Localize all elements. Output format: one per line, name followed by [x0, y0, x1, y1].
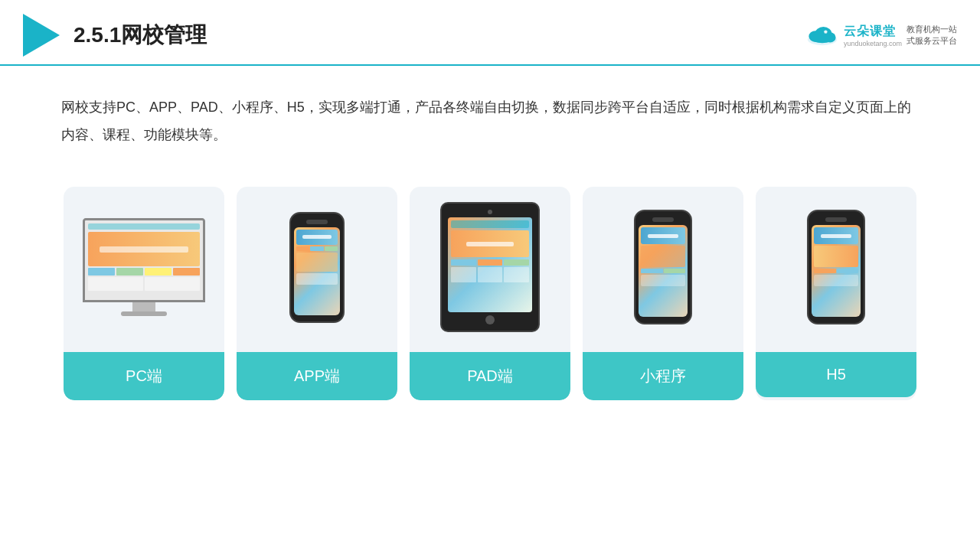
card-pad-image	[410, 187, 570, 340]
svg-point-4	[811, 34, 833, 44]
cards-container: PC端	[0, 164, 980, 400]
card-pc-image	[64, 187, 224, 340]
card-miniapp: 小程序	[583, 187, 743, 400]
phone-app-icon	[289, 212, 345, 323]
card-miniapp-image	[583, 187, 743, 340]
brand-logo: 云朵课堂 yunduoketang.com 教育机构一站式服务云平台	[805, 24, 957, 47]
header-left: 2.5.1网校管理	[23, 14, 207, 57]
card-h5-image	[756, 187, 916, 340]
brand-name: 云朵课堂	[844, 24, 896, 40]
logo-triangle-icon	[23, 14, 60, 57]
header: 2.5.1网校管理 云朵课堂 yunduoketang.com 教育机构一站式服…	[0, 0, 980, 66]
card-miniapp-label: 小程序	[583, 352, 743, 400]
card-h5-label: H5	[756, 352, 916, 397]
brand-tagline: 教育机构一站式服务云平台	[906, 24, 957, 47]
card-h5: H5	[756, 187, 916, 400]
brand-url: yunduoketang.com	[844, 40, 902, 47]
cloud-icon	[805, 24, 839, 47]
card-pad: PAD端	[410, 187, 570, 400]
tablet-pad-icon	[440, 202, 540, 332]
card-app-image	[237, 187, 397, 340]
card-pc: PC端	[64, 187, 224, 400]
phone-miniapp-icon	[634, 210, 692, 324]
description-text: 网校支持PC、APP、PAD、小程序、H5，实现多端打通，产品各终端自由切换，数…	[0, 66, 980, 164]
card-pad-label: PAD端	[410, 352, 570, 400]
brand-text-block: 云朵课堂 yunduoketang.com	[844, 24, 902, 47]
card-app: APP端	[237, 187, 397, 400]
card-app-label: APP端	[237, 352, 397, 400]
page-title: 2.5.1网校管理	[74, 21, 207, 50]
card-pc-label: PC端	[64, 352, 224, 400]
phone-h5-icon	[807, 210, 865, 324]
pc-monitor-icon	[83, 218, 205, 316]
header-right: 云朵课堂 yunduoketang.com 教育机构一站式服务云平台	[805, 24, 957, 47]
